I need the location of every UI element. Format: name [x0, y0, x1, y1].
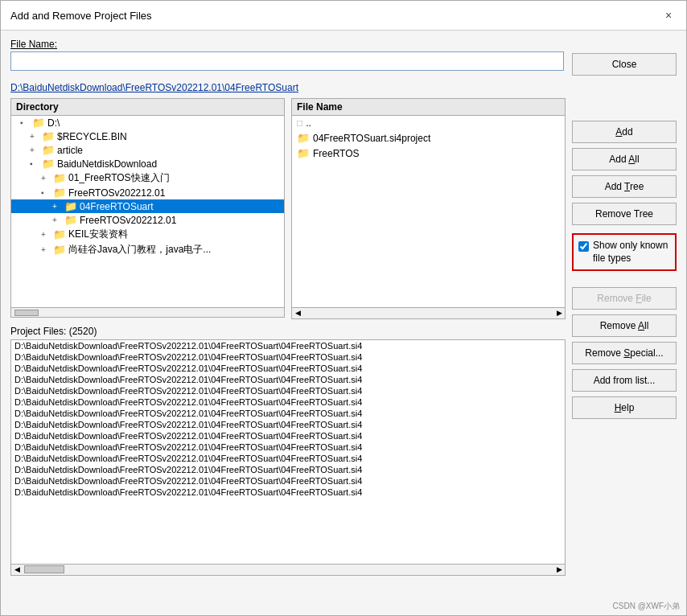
- project-file-row[interactable]: D:\BaiduNetdiskDownload\FreeRTOSv202212.…: [11, 363, 565, 374]
- project-file-row[interactable]: D:\BaiduNetdiskDownload\FreeRTOSv202212.…: [11, 385, 565, 396]
- add-from-list-button[interactable]: Add from list...: [572, 369, 677, 392]
- tree-item-freeRTOSv[interactable]: ▪ 📁 FreeRTOSv202212.01: [11, 186, 284, 199]
- file-row-freertos[interactable]: 📁 FreeRTOS: [292, 146, 565, 161]
- folder-icon: 📁: [32, 117, 45, 129]
- project-file-row[interactable]: D:\BaiduNetdiskDownload\FreeRTOSv202212.…: [11, 419, 565, 430]
- project-file-row[interactable]: D:\BaiduNetdiskDownload\FreeRTOSv202212.…: [11, 487, 565, 498]
- file-row-name: FreeRTOS: [313, 148, 360, 159]
- tree-item-baidu[interactable]: ▪ 📁 BaiduNetdiskDownload: [11, 157, 284, 170]
- folder-icon: 📁: [53, 187, 66, 199]
- tree-label: 04FreeRTOSuart: [80, 201, 154, 212]
- project-file-row[interactable]: D:\BaiduNetdiskDownload\FreeRTOSv202212.…: [11, 408, 565, 419]
- expand-icon[interactable]: +: [30, 146, 39, 154]
- file-list[interactable]: □ .. 📁 04FreeRTOSuart.si4project 📁: [291, 115, 566, 308]
- tree-label: 01_FreeRTOS快速入门: [68, 171, 170, 185]
- project-file-row[interactable]: D:\BaiduNetdiskDownload\FreeRTOSv202212.…: [11, 475, 565, 487]
- project-files-section: Project Files: (2520) D:\BaiduNetdiskDow…: [10, 326, 566, 576]
- folder-icon: 📁: [53, 172, 66, 184]
- help-button[interactable]: Help: [572, 396, 677, 419]
- project-file-row[interactable]: D:\BaiduNetdiskDownload\FreeRTOSv202212.…: [11, 453, 565, 464]
- remove-file-button[interactable]: Remove File: [572, 287, 677, 310]
- top-panels: Directory ▪ 📁 D:\: [10, 98, 566, 319]
- expand-icon[interactable]: ▪: [30, 159, 39, 168]
- tree-label: FreeRTOSv202212.01: [68, 187, 165, 199]
- file-row-si4[interactable]: 📁 04FreeRTOSuart.si4project: [292, 130, 565, 146]
- main-area: Directory ▪ 📁 D:\: [10, 98, 677, 576]
- remove-special-button[interactable]: Remove Special...: [572, 342, 677, 364]
- add-tree-button[interactable]: Add Tree: [572, 175, 677, 198]
- dir-scrollbar[interactable]: [10, 308, 285, 318]
- expand-icon[interactable]: +: [52, 216, 62, 224]
- tree-label: $RECYCLE.BIN: [57, 131, 127, 142]
- directory-panel: Directory ▪ 📁 D:\: [10, 98, 285, 319]
- project-file-row[interactable]: D:\BaiduNetdiskDownload\FreeRTOSv202212.…: [11, 441, 565, 453]
- remove-tree-button[interactable]: Remove Tree: [572, 203, 677, 225]
- tree-label: KEIL安装资料: [68, 228, 128, 241]
- current-path: D:\BaiduNetdiskDownload\FreeRTOSv202212.…: [10, 82, 677, 93]
- tree-item-freeRTOSv2[interactable]: + 📁 FreeRTOSv202212.01: [11, 213, 284, 227]
- folder-icon: 📁: [42, 144, 55, 156]
- expand-icon[interactable]: +: [41, 174, 51, 183]
- pf-scrollbar[interactable]: ◀ ▶: [10, 565, 566, 576]
- project-file-row[interactable]: D:\BaiduNetdiskDownload\FreeRTOSv202212.…: [11, 374, 565, 385]
- file-folder-icon: 📁: [297, 132, 310, 144]
- scroll-thumb2[interactable]: [24, 565, 64, 573]
- tree-item-d-root[interactable]: ▪ 📁 D:\: [11, 116, 284, 129]
- title-bar: Add and Remove Project Files ×: [1, 1, 686, 31]
- project-file-row[interactable]: D:\BaiduNetdiskDownload\FreeRTOSv202212.…: [11, 396, 565, 408]
- directory-tree[interactable]: ▪ 📁 D:\ + 📁 $RECYCLE.BIN: [10, 115, 285, 308]
- scroll-thumb[interactable]: [14, 310, 39, 316]
- add-button[interactable]: Add: [572, 121, 677, 143]
- tree-item-keil[interactable]: + 📁 KEIL安装资料: [11, 227, 284, 242]
- tree-item-freertosin[interactable]: + 📁 01_FreeRTOS快速入门: [11, 170, 284, 186]
- scroll-right-btn2[interactable]: ▶: [553, 565, 565, 574]
- right-buttons: Add Add All Add Tree Remove Tree Show on…: [572, 98, 677, 419]
- project-files-label: Project Files: (2520): [10, 326, 566, 337]
- file-name-section: File Name: Close: [10, 39, 677, 76]
- file-list-scrollbar[interactable]: ◀ ▶: [291, 308, 566, 319]
- show-known-types-checkbox[interactable]: [578, 241, 589, 252]
- folder-icon: 📁: [42, 158, 55, 170]
- folder-icon: 📁: [64, 214, 77, 226]
- file-name-label: File Name:: [10, 39, 564, 50]
- filename-header: File Name: [291, 98, 566, 115]
- project-file-row[interactable]: D:\BaiduNetdiskDownload\FreeRTOSv202212.…: [11, 464, 565, 475]
- tree-item-article[interactable]: + 📁 article: [11, 143, 284, 157]
- scroll-left-btn[interactable]: ◀: [292, 308, 303, 318]
- tree-label: D:\: [47, 117, 60, 129]
- close-button[interactable]: Close: [572, 53, 677, 76]
- file-row-up[interactable]: □ ..: [292, 116, 565, 130]
- dialog-body: File Name: Close D:\BaiduNetdiskDownload…: [1, 31, 686, 584]
- expand-icon[interactable]: +: [41, 230, 51, 239]
- project-file-row[interactable]: D:\BaiduNetdiskDownload\FreeRTOSv202212.…: [11, 340, 565, 351]
- close-window-button[interactable]: ×: [660, 7, 677, 23]
- expand-icon[interactable]: +: [52, 202, 62, 211]
- tree-item-recycle[interactable]: + 📁 $RECYCLE.BIN: [11, 129, 284, 143]
- file-up-icon: □: [297, 117, 302, 129]
- tree-item-04free[interactable]: + 📁 04FreeRTOSuart: [11, 199, 284, 213]
- watermark: CSDN @XWF小弟: [613, 601, 680, 612]
- folder-icon: 📁: [53, 228, 66, 240]
- expand-icon[interactable]: +: [30, 132, 39, 141]
- project-file-row[interactable]: D:\BaiduNetdiskDownload\FreeRTOSv202212.…: [11, 351, 565, 363]
- file-row-name: ..: [306, 117, 311, 129]
- project-file-row[interactable]: D:\BaiduNetdiskDownload\FreeRTOSv202212.…: [11, 430, 565, 441]
- directory-header: Directory: [10, 98, 285, 115]
- show-known-types-label[interactable]: Show only known file types: [593, 240, 670, 265]
- tree-item-shanguigu[interactable]: + 📁 尚硅谷Java入门教程，java电子...: [11, 242, 284, 257]
- scroll-right-btn[interactable]: ▶: [553, 308, 565, 318]
- add-all-button[interactable]: Add All: [572, 148, 677, 170]
- panels-container: Directory ▪ 📁 D:\: [10, 98, 566, 576]
- filename-panel: File Name □ .. 📁 04FreeRTOSuart.si4proje…: [291, 98, 566, 319]
- file-name-input[interactable]: [10, 51, 564, 71]
- expand-icon[interactable]: ▪: [20, 118, 30, 127]
- scroll-left-btn2[interactable]: ◀: [11, 565, 23, 574]
- project-files-list[interactable]: D:\BaiduNetdiskDownload\FreeRTOSv202212.…: [10, 339, 566, 565]
- expand-icon[interactable]: ▪: [41, 188, 51, 197]
- tree-label: article: [57, 145, 83, 156]
- add-label: dd: [622, 126, 632, 138]
- file-folder-icon: 📁: [297, 147, 310, 159]
- remove-all-button[interactable]: Remove All: [572, 314, 677, 337]
- expand-icon[interactable]: +: [41, 245, 51, 254]
- folder-icon: 📁: [64, 200, 77, 212]
